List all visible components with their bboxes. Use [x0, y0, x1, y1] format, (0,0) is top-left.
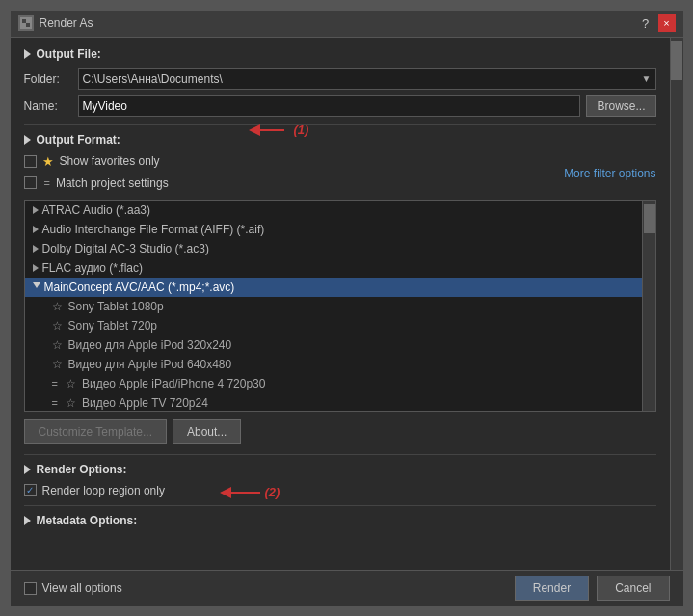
- match-project-row: = Match project settings: [24, 176, 169, 190]
- match-project-label: Match project settings: [56, 176, 169, 190]
- sub-item-label: Видео для Apple iPod 320x240: [68, 338, 232, 352]
- format-item-flac[interactable]: FLAC аудио (*.flac): [25, 258, 655, 278]
- metadata-options-triangle[interactable]: [24, 516, 31, 525]
- output-file-section: Output File:: [24, 47, 656, 61]
- name-row: Name: Browse... (1): [24, 95, 656, 117]
- render-options-section: Render Options:: [24, 463, 656, 476]
- title-bar-left: Render As: [18, 15, 93, 31]
- expand-icon: [33, 264, 39, 272]
- sub-item-appletv[interactable]: = ☆ Видео Apple TV 720p24: [25, 393, 655, 412]
- separator-3: [24, 505, 656, 506]
- equal-icon: =: [52, 397, 58, 409]
- dropdown-arrow-icon: ▼: [642, 73, 652, 84]
- folder-row: Folder: C:\Users\Анна\Documents\ ▼: [24, 68, 656, 90]
- star-icon: ★: [42, 154, 54, 169]
- sub-item-label: Видео Apple iPad/iPhone 4 720p30: [82, 377, 266, 390]
- render-loop-checkbox[interactable]: [24, 484, 37, 496]
- footer-left: View all options: [24, 581, 122, 595]
- main-scrollbar[interactable]: [670, 38, 683, 570]
- title-bar: Render As ? ×: [11, 11, 683, 38]
- format-label: ATRAC Audio (*.aa3): [42, 203, 151, 217]
- sub-star-icon: ☆: [52, 319, 63, 333]
- equal-icon: =: [52, 378, 58, 389]
- format-item-atrac[interactable]: ATRAC Audio (*.aa3): [25, 201, 655, 220]
- render-options-triangle[interactable]: [24, 465, 31, 474]
- browse-button[interactable]: Browse...: [586, 95, 655, 117]
- sub-item-ipod320[interactable]: ☆ Видео для Apple iPod 320x240: [25, 335, 655, 355]
- sub-item-sony720[interactable]: ☆ Sony Tablet 720p: [25, 316, 655, 335]
- title-bar-controls: ? ×: [637, 14, 676, 32]
- output-file-label: Output File:: [37, 47, 101, 61]
- format-label: MainConcept AVC/AAC (*.mp4;*.avc): [44, 281, 235, 294]
- dialog-body: Output File: Folder: C:\Users\Анна\Docum…: [11, 38, 683, 570]
- separator-2: [24, 454, 656, 455]
- format-options-row: ★ Show favorites only = Match project se…: [24, 154, 656, 194]
- expand-icon: [33, 245, 39, 253]
- render-options-label: Render Options:: [37, 463, 127, 476]
- dialog-title: Render As: [40, 16, 93, 30]
- scrollbar-thumb: [671, 41, 682, 80]
- format-label: Audio Interchange File Format (AIFF) (*.…: [42, 223, 265, 236]
- format-list-scrollbar-thumb: [644, 204, 655, 233]
- format-label: Dolby Digital AC-3 Studio (*.ac3): [42, 242, 209, 255]
- show-favorites-row: ★ Show favorites only: [24, 154, 169, 169]
- show-favorites-checkbox[interactable]: [24, 155, 37, 168]
- main-content: Output File: Folder: C:\Users\Анна\Docum…: [11, 38, 670, 570]
- sub-star-icon: ☆: [52, 338, 63, 352]
- customize-template-button[interactable]: Customize Template...: [24, 419, 168, 444]
- folder-label: Folder:: [24, 72, 72, 86]
- name-label: Name:: [24, 99, 72, 113]
- output-format-section: Output Format:: [24, 133, 656, 147]
- expand-icon: [33, 226, 39, 233]
- render-loop-row: Render loop region only (2): [24, 484, 656, 497]
- folder-dropdown[interactable]: C:\Users\Анна\Documents\ ▼: [78, 68, 656, 90]
- sub-star-icon: ☆: [66, 396, 76, 410]
- sub-item-label: Видео Apple TV 720p24: [82, 396, 208, 410]
- annotation-2: (2): [265, 485, 280, 499]
- format-label: FLAC аудио (*.flac): [42, 261, 144, 275]
- output-format-triangle[interactable]: [24, 135, 31, 145]
- format-list[interactable]: ATRAC Audio (*.aa3) Audio Interchange Fi…: [24, 200, 656, 412]
- render-button[interactable]: Render: [515, 576, 589, 601]
- output-format-label: Output Format:: [37, 133, 120, 147]
- metadata-options-label: Metadata Options:: [37, 514, 138, 527]
- metadata-options-section: Metadata Options:: [24, 514, 656, 527]
- sub-star-icon: ☆: [66, 377, 76, 390]
- sub-item-sony1080[interactable]: ☆ Sony Tablet 1080p: [25, 297, 655, 316]
- name-input[interactable]: [78, 95, 581, 117]
- format-list-container: ATRAC Audio (*.aa3) Audio Interchange Fi…: [24, 200, 656, 412]
- svg-rect-1: [22, 19, 26, 23]
- format-item-aiff[interactable]: Audio Interchange File Format (AIFF) (*.…: [25, 220, 655, 239]
- sub-item-label: Sony Tablet 720p: [68, 319, 158, 333]
- view-all-checkbox[interactable]: [24, 582, 37, 595]
- output-file-triangle[interactable]: [24, 49, 31, 59]
- expand-icon: [33, 282, 40, 292]
- format-item-mainconcept[interactable]: MainConcept AVC/AAC (*.mp4;*.avc): [25, 278, 655, 297]
- cancel-button[interactable]: Cancel: [597, 576, 669, 601]
- footer-bar: View all options Render Cancel: [11, 570, 683, 606]
- metadata-spacer: [24, 535, 656, 570]
- sub-item-label: Видео для Apple iPod 640x480: [68, 358, 232, 371]
- help-button[interactable]: ?: [637, 14, 654, 32]
- sub-item-ipod640[interactable]: ☆ Видео для Apple iPod 640x480: [25, 355, 655, 374]
- format-item-dolby[interactable]: Dolby Digital AC-3 Studio (*.ac3): [25, 239, 655, 258]
- format-list-scrollbar[interactable]: [642, 201, 655, 411]
- sub-star-icon: ☆: [52, 358, 63, 371]
- app-icon: [18, 15, 34, 31]
- show-favorites-label: Show favorites only: [60, 154, 160, 168]
- about-button[interactable]: About...: [173, 419, 241, 444]
- close-button[interactable]: ×: [658, 14, 676, 32]
- template-buttons-row: Customize Template... About...: [24, 419, 656, 444]
- folder-value: C:\Users\Анна\Documents\: [83, 72, 223, 86]
- sub-item-label: Sony Tablet 1080p: [68, 300, 164, 313]
- sub-star-icon: ☆: [52, 300, 63, 313]
- render-loop-label: Render loop region only: [42, 484, 165, 497]
- sub-item-ipad720[interactable]: = ☆ Видео Apple iPad/iPhone 4 720p30: [25, 374, 655, 393]
- svg-rect-2: [26, 23, 30, 27]
- more-filter-link[interactable]: More filter options: [564, 167, 655, 180]
- match-project-checkbox[interactable]: [24, 176, 37, 189]
- expand-icon: [33, 206, 39, 214]
- footer-right: Render Cancel: [515, 576, 670, 601]
- view-all-label: View all options: [42, 581, 122, 595]
- render-as-dialog: Render As ? × Output File: Folder: C:\Us…: [10, 10, 684, 607]
